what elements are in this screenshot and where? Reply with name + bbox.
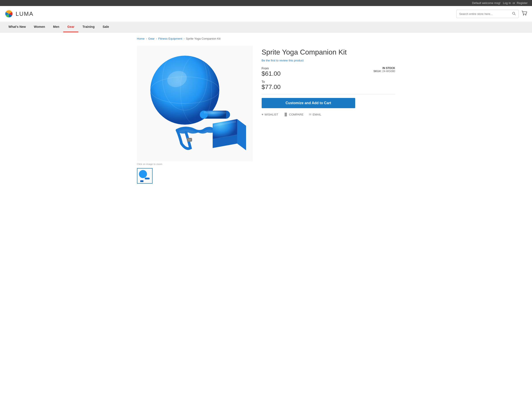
breadcrumb-home[interactable]: Home xyxy=(137,37,145,40)
heart-icon: ♥ xyxy=(262,113,263,116)
cart-icon[interactable] xyxy=(521,10,527,18)
nav-link-men[interactable]: Men xyxy=(49,22,63,32)
nav-link-women[interactable]: Women xyxy=(30,22,49,32)
svg-point-4 xyxy=(525,14,526,15)
breadcrumb-sep-2: › xyxy=(156,37,157,40)
search-button[interactable] xyxy=(510,10,519,18)
breadcrumb-current: Sprite Yoga Companion Kit xyxy=(186,37,220,40)
nav-item-gear: Gear xyxy=(63,22,78,32)
compare-label: COMPARE xyxy=(289,113,303,116)
search-icon xyxy=(512,12,516,15)
main-content: Home › Gear › Fitness Equipment › Sprite… xyxy=(133,32,400,188)
svg-point-16 xyxy=(139,170,147,178)
sku-label: SKU#: xyxy=(373,70,381,73)
email-icon: ✉ xyxy=(309,113,312,116)
svg-rect-18 xyxy=(140,180,143,182)
email-label: EMAIL xyxy=(313,113,321,116)
nav-item-whats-new: What's New xyxy=(5,22,30,32)
svg-rect-13 xyxy=(204,111,226,114)
compare-icon: ▐▌ xyxy=(283,113,288,116)
welcome-message: Default welcome msg! xyxy=(472,1,501,5)
nav-link-sale[interactable]: Sale xyxy=(99,22,113,32)
svg-point-1 xyxy=(513,12,515,14)
product-main-image[interactable] xyxy=(137,46,253,161)
login-link[interactable]: Log In xyxy=(503,1,511,5)
svg-rect-17 xyxy=(145,178,150,179)
breadcrumb-fitness-equipment[interactable]: Fitness Equipment xyxy=(158,37,182,40)
stock-sku-section: IN STOCK SKU#: 24-WG080 xyxy=(373,67,395,73)
top-bar: Default welcome msg! Log In or Register xyxy=(0,0,532,6)
price-from-section: From $61.00 xyxy=(262,67,281,79)
logo-text: LUMA xyxy=(16,11,33,17)
add-to-cart-button[interactable]: Customize and Add to Cart xyxy=(262,98,355,108)
thumbnail-1[interactable] xyxy=(137,168,153,184)
breadcrumb-sep-3: › xyxy=(184,37,184,40)
price-to-value: $77.00 xyxy=(262,83,395,91)
product-info: Sprite Yoga Companion Kit Be the first t… xyxy=(262,46,395,116)
main-nav: What's New Women Men Gear Training Sale xyxy=(0,22,532,32)
stock-badge: IN STOCK xyxy=(373,67,395,70)
nav-list: What's New Women Men Gear Training Sale xyxy=(5,22,527,32)
search-input[interactable] xyxy=(456,11,510,17)
product-image-area: Click on image to zoom xyxy=(137,46,253,184)
review-link[interactable]: Be the first to review this product xyxy=(262,59,304,62)
or-text: or xyxy=(513,1,515,5)
search-box xyxy=(456,10,519,18)
price-from-value: $61.00 xyxy=(262,70,281,77)
site-header: LUMA xyxy=(0,6,532,22)
register-link[interactable]: Register xyxy=(517,1,527,5)
nav-link-training[interactable]: Training xyxy=(78,22,98,32)
breadcrumb-sep-1: › xyxy=(146,37,147,40)
wishlist-link[interactable]: ♥ WISHLIST xyxy=(262,113,278,116)
compare-link[interactable]: ▐▌ COMPARE xyxy=(283,113,303,116)
thumbnail-row xyxy=(137,168,253,184)
header-right xyxy=(456,10,527,18)
price-to-label: To xyxy=(262,80,395,83)
breadcrumb-gear[interactable]: Gear xyxy=(148,37,155,40)
zoom-hint: Click on image to zoom xyxy=(137,163,253,165)
logo-area: LUMA xyxy=(5,9,33,18)
sku-line: SKU#: 24-WG080 xyxy=(373,70,395,73)
nav-item-training: Training xyxy=(78,22,98,32)
price-stock-row: From $61.00 IN STOCK SKU#: 24-WG080 xyxy=(262,67,395,79)
price-from-label: From xyxy=(262,67,281,70)
nav-link-whats-new[interactable]: What's New xyxy=(5,22,30,32)
thumbnail-1-image xyxy=(138,169,151,183)
product-image-svg xyxy=(141,50,248,157)
nav-item-sale: Sale xyxy=(99,22,113,32)
sku-value: 24-WG080 xyxy=(382,70,395,73)
wishlist-label: WISHLIST xyxy=(264,113,278,116)
nav-item-women: Women xyxy=(30,22,49,32)
breadcrumb: Home › Gear › Fitness Equipment › Sprite… xyxy=(137,37,395,40)
svg-point-3 xyxy=(523,14,524,15)
svg-line-2 xyxy=(515,14,516,15)
nav-item-men: Men xyxy=(49,22,63,32)
action-links: ♥ WISHLIST ▐▌ COMPARE ✉ EMAIL xyxy=(262,113,395,116)
cart-svg-icon xyxy=(521,10,527,16)
product-title: Sprite Yoga Companion Kit xyxy=(262,48,395,56)
email-link[interactable]: ✉ EMAIL xyxy=(309,113,321,116)
luma-logo-icon xyxy=(5,9,13,18)
product-layout: Click on image to zoom Sprite Yoga Compa… xyxy=(137,46,395,184)
nav-link-gear[interactable]: Gear xyxy=(63,22,78,32)
